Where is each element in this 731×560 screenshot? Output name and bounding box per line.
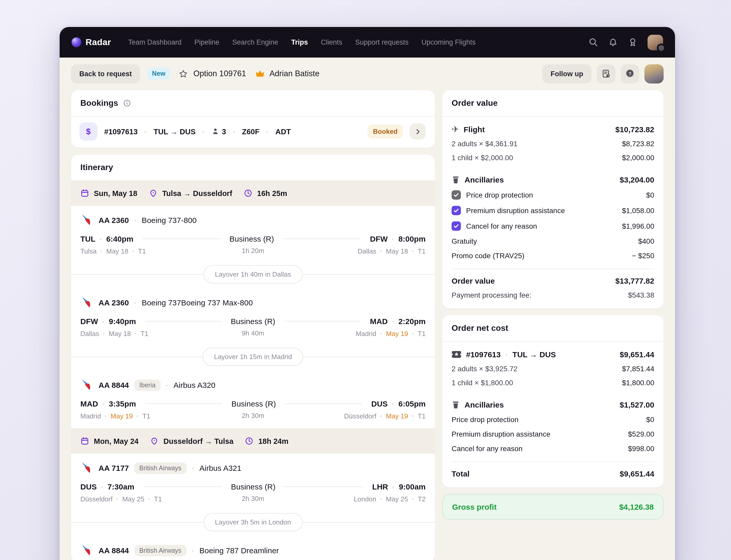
dot-separator <box>166 380 168 390</box>
dep-city: Düsseldorf <box>80 495 113 503</box>
nav-item-pipeline[interactable]: Pipeline <box>194 38 219 46</box>
segment-duration: 9h 40m <box>242 329 264 337</box>
arr-date: May 18 <box>386 247 408 255</box>
dot-separator <box>144 127 147 136</box>
disruption-checkbox[interactable] <box>452 206 461 215</box>
payment-fee-label: Payment processing fee: <box>452 291 531 299</box>
flight-segment-1: AA 2360 Boeing 737-800 TUL6:40pm Busines… <box>71 206 435 260</box>
arr-city: Düsseldorf <box>344 412 376 420</box>
dot-separator <box>102 399 104 408</box>
dep-terminal: T1 <box>142 412 150 420</box>
dot-separator <box>505 350 508 359</box>
segment-duration: 2h 30m <box>242 495 264 502</box>
gratuity-value: $400 <box>638 237 654 245</box>
assignee-avatar[interactable] <box>644 64 664 83</box>
follow-up-button[interactable]: Follow up <box>542 64 592 83</box>
dot-separator <box>202 127 205 136</box>
nav-item-trips[interactable]: Trips <box>291 38 308 46</box>
search-icon[interactable] <box>588 37 598 47</box>
dot-separator <box>412 412 414 420</box>
arr-time: 6:05pm <box>398 399 426 408</box>
user-avatar[interactable] <box>648 34 663 50</box>
cabin-class: Business (R) <box>231 399 276 408</box>
dep-time: 7:30am <box>108 482 134 491</box>
dep-airport: DUS <box>80 482 97 491</box>
calendar-icon <box>80 189 89 198</box>
dep-terminal: T1 <box>140 330 148 337</box>
clock-icon <box>245 437 254 445</box>
chevron-right-icon[interactable] <box>410 123 426 139</box>
passenger-type: ADT <box>275 127 291 136</box>
dep-city: Tulsa <box>80 247 97 255</box>
flight-number: AA 8844 <box>99 546 129 555</box>
price-drop-checkbox[interactable] <box>452 190 461 200</box>
nav-item-clients[interactable]: Clients <box>321 38 342 46</box>
net-total-label: Total <box>452 469 469 478</box>
right-column: Order value ✈Flight $10,723.82 2 adults … <box>442 90 664 520</box>
option-title: Option 109761 <box>193 69 246 78</box>
layover-pill: Layover 1h 40m in Dallas <box>203 265 302 283</box>
back-to-request-button[interactable]: Back to request <box>71 64 140 83</box>
dot-separator <box>100 234 102 243</box>
dot-separator <box>392 399 394 408</box>
net-child-value: $1,800.00 <box>622 379 654 387</box>
price-drop-value: $0 <box>646 191 654 199</box>
nav-item-upcoming-flights[interactable]: Upcoming Flights <box>421 38 476 46</box>
dep-time: 6:40pm <box>106 234 133 243</box>
gross-profit-value: $4,126.38 <box>619 502 654 511</box>
layover-divider: Layover 1h 15m in Madrid <box>71 344 435 369</box>
info-icon[interactable] <box>123 99 131 107</box>
segment-duration: 2h 30m <box>242 412 264 419</box>
divider <box>452 269 654 269</box>
flight-number: AA 2360 <box>99 298 129 307</box>
dot-separator <box>132 247 134 255</box>
map-pin-icon <box>150 437 159 445</box>
dep-terminal: T1 <box>154 495 162 503</box>
nav-item-support-requests[interactable]: Support requests <box>355 38 409 46</box>
dot-separator <box>412 247 414 255</box>
booking-row[interactable]: $ #1097613 TUL → DUS 3 <box>79 122 427 141</box>
aircraft-name: Boeing 787 Dreamliner <box>199 546 279 555</box>
bookings-card: Bookings $ #1097613 TUL → DUS <box>71 90 435 148</box>
route-line <box>145 403 222 404</box>
arr-airport: DUS <box>371 399 388 408</box>
segment-duration: 1h 20m <box>242 247 264 255</box>
child-fare-value: $2,000.00 <box>622 153 654 162</box>
dot-separator <box>148 495 150 503</box>
bell-icon[interactable] <box>608 37 618 47</box>
layover-divider: Layover 1h 40m in Dallas <box>71 262 435 287</box>
nav-item-search-engine[interactable]: Search Engine <box>232 38 278 46</box>
day-date: Mon, May 24 <box>94 437 138 445</box>
notes-history-icon[interactable] <box>597 64 615 83</box>
cancel-any-reason-checkbox[interactable] <box>452 221 461 231</box>
net-cancel-value: $998.00 <box>628 444 654 453</box>
nav-item-team-dashboard[interactable]: Team Dashboard <box>128 38 181 46</box>
ancillaries-total: $3,204.00 <box>620 175 654 184</box>
arr-city: Dallas <box>357 247 376 255</box>
route-line <box>283 239 361 239</box>
dot-separator <box>392 234 394 243</box>
flight-segment-3: AA 8844 Iberia Airbus A320 MAD3:35pm Bus… <box>71 371 435 425</box>
order-value-total-label: Order value <box>452 276 495 285</box>
aircraft-name: Boeing 737-800 <box>142 216 197 225</box>
day-header-2: Mon, May 24 Dusseldorf → Tulsa <box>71 428 435 454</box>
arr-city: Madrid <box>356 330 376 337</box>
flight-label: Flight <box>464 125 485 134</box>
award-icon[interactable] <box>628 37 638 47</box>
order-value-card: Order value ✈Flight $10,723.82 2 adults … <box>442 90 664 309</box>
star-icon[interactable] <box>178 69 188 79</box>
gross-profit-label: Gross profit <box>452 502 497 511</box>
american-airlines-logo-icon <box>80 214 93 227</box>
flight-number: AA 7177 <box>99 464 129 472</box>
help-icon[interactable]: ? <box>621 64 639 83</box>
dep-time: 9:40pm <box>109 317 136 326</box>
day-route: Tulsa → Dusseldorf <box>162 189 232 197</box>
svg-text:?: ? <box>628 71 631 76</box>
route-line <box>285 403 362 404</box>
dep-date: May 18 <box>106 247 128 255</box>
radar-logo-icon <box>72 37 81 47</box>
flight-segment-2: AA 2360 Boeing 737Boeing 737 Max-800 DFW… <box>71 288 435 343</box>
net-booking-total: $9,651.44 <box>620 350 654 359</box>
route-line <box>285 321 361 321</box>
clock-icon <box>244 189 252 198</box>
